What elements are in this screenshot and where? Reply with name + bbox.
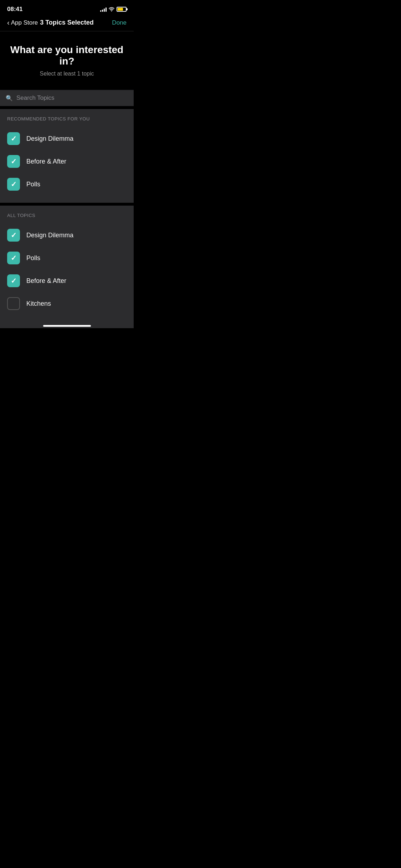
recommended-section-header: RECOMMENDED TOPICS FOR YOU [0,116,134,127]
topic-item[interactable]: ✓Polls [0,247,134,269]
status-time: 08:41 [7,6,22,13]
topic-label: Polls [26,181,40,188]
topic-label: Polls [26,254,40,262]
status-icons: ⚡ [100,7,127,12]
topic-item[interactable]: ✓Design Dilemma [0,224,134,247]
back-button[interactable]: ‹ App Store [7,19,38,27]
search-input[interactable] [16,94,128,102]
checkmark-icon: ✓ [11,277,17,284]
signal-icon [100,7,107,12]
topic-item[interactable]: Kitchens [0,292,134,315]
all-topics-section: All Topics ✓Design Dilemma✓Polls✓Before … [0,206,134,322]
search-icon: 🔍 [6,95,13,102]
topic-label: Before & After [26,158,66,165]
checkmark-icon: ✓ [11,232,17,239]
recommended-topics-section: RECOMMENDED TOPICS FOR YOU ✓Design Dilem… [0,109,134,203]
search-section: 🔍 [0,90,134,106]
wifi-icon [109,7,114,11]
battery-bolt: ⚡ [119,8,122,11]
back-arrow-icon: ‹ [7,19,10,27]
checkmark-icon: ✓ [11,254,17,262]
topic-label: Before & After [26,277,66,285]
topic-checkbox[interactable]: ✓ [7,252,20,264]
header-subtitle: Select at least 1 topic [7,71,127,77]
topic-checkbox[interactable]: ✓ [7,155,20,168]
all-topics-section-header: All Topics [0,213,134,224]
header-title: What are you interested in? [7,44,127,67]
nav-bar: ‹ App Store 3 Topics Selected Done [0,16,134,31]
topic-checkbox[interactable]: ✓ [7,274,20,287]
done-button[interactable]: Done [112,19,127,26]
search-bar: 🔍 [6,94,128,102]
recommended-items-list: ✓Design Dilemma✓Before & After✓Polls [0,127,134,196]
battery-icon: ⚡ [117,7,127,12]
topic-checkbox[interactable] [7,297,20,310]
topic-item[interactable]: ✓Before & After [0,150,134,173]
checkmark-icon: ✓ [11,135,17,142]
section-divider-1 [0,106,134,109]
checkmark-icon: ✓ [11,158,17,165]
topic-checkbox[interactable]: ✓ [7,229,20,242]
topic-item[interactable]: ✓Before & After [0,269,134,292]
topic-label: Design Dilemma [26,135,73,143]
checkmark-icon: ✓ [11,181,17,188]
all-topics-items-list: ✓Design Dilemma✓Polls✓Before & AfterKitc… [0,224,134,315]
topic-label: Kitchens [26,300,51,308]
home-indicator [0,322,134,328]
nav-title: 3 Topics Selected [40,19,94,26]
topic-checkbox[interactable]: ✓ [7,132,20,145]
back-label: App Store [11,19,38,26]
topic-checkbox[interactable]: ✓ [7,178,20,191]
section-divider-2 [0,203,134,206]
topic-item[interactable]: ✓Polls [0,173,134,196]
home-bar [43,325,91,327]
topic-item[interactable]: ✓Design Dilemma [0,127,134,150]
topic-label: Design Dilemma [26,232,73,239]
status-bar: 08:41 ⚡ [0,0,134,16]
header-section: What are you interested in? Select at le… [0,31,134,90]
